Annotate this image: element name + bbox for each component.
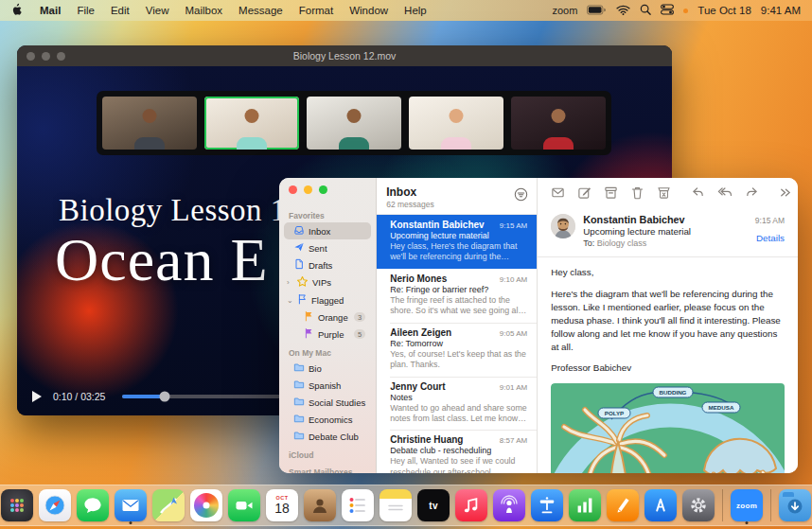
menu-item-edit[interactable]: Edit	[111, 5, 130, 16]
dock-icon-safari[interactable]	[38, 489, 72, 521]
video-titlebar[interactable]: Biology Lesson 12.mov	[17, 45, 672, 66]
row-preview: The fringe reef is attached to the shore…	[390, 295, 527, 317]
unread-badge: 3	[354, 312, 365, 322]
dock-icon-launchpad[interactable]	[0, 489, 34, 521]
dock-icon-podcasts[interactable]	[492, 489, 526, 521]
dock-icon-pages[interactable]	[606, 489, 640, 521]
reply-icon[interactable]	[691, 185, 705, 200]
junk-icon[interactable]	[657, 185, 671, 200]
sidebar-item-vips[interactable]: ›VIPs	[284, 273, 371, 291]
close-window-button[interactable]	[289, 185, 297, 194]
sidebar-item-debate-club[interactable]: Debate Club	[284, 428, 371, 445]
row-subject: Upcoming lecture material	[390, 231, 527, 240]
sidebar-item-label: Debate Club	[309, 432, 359, 442]
dock-icon-mail[interactable]	[114, 489, 148, 521]
dock-icon-calendar[interactable]: OCT18	[265, 489, 299, 521]
dock-icon-photos[interactable]	[189, 489, 223, 521]
archive-icon[interactable]	[604, 185, 618, 200]
message-count: 62 messages	[386, 200, 527, 209]
dock-icon-keynote[interactable]	[530, 489, 564, 521]
dock-icon-downloads[interactable]	[778, 489, 812, 521]
menu-item-help[interactable]: Help	[404, 5, 427, 16]
menu-item-message[interactable]: Message	[238, 5, 283, 16]
minimize-window-button[interactable]	[304, 185, 312, 194]
menubar-zoom-label[interactable]: zoom	[552, 5, 577, 16]
trash-icon[interactable]	[630, 185, 644, 200]
dock-icon-maps[interactable]	[151, 489, 185, 521]
folder-icon	[293, 361, 305, 375]
spotlight-search-icon[interactable]	[640, 4, 651, 17]
menu-item-mail[interactable]: Mail	[40, 5, 61, 16]
control-center-icon[interactable]	[661, 4, 674, 17]
play-button[interactable]	[32, 391, 42, 402]
wifi-icon[interactable]	[616, 5, 630, 17]
mail-app-icon	[115, 489, 147, 521]
menu-item-mailbox[interactable]: Mailbox	[185, 5, 222, 16]
row-subject: Re: Fringe or barrier reef?	[390, 285, 527, 294]
get-mail-icon[interactable]	[551, 185, 565, 200]
menubar-date[interactable]: Tue Oct 18	[697, 5, 750, 16]
sidebar-item-sent[interactable]: Sent	[284, 239, 371, 256]
sidebar-item-social-studies[interactable]: Social Studies	[284, 394, 371, 411]
menubar-clock[interactable]: 9:41 AM	[761, 5, 801, 16]
dock-icon-tv[interactable]: tv	[416, 489, 450, 521]
menu-item-window[interactable]: Window	[349, 5, 388, 16]
message-row-christine-huang[interactable]: Christine Huang8:57 AMDebate club - resc…	[377, 430, 537, 473]
menu-item-file[interactable]: File	[77, 5, 95, 16]
message-list-header: Inbox 62 messages	[377, 178, 537, 215]
sidebar-item-purple[interactable]: Purple5	[284, 326, 371, 343]
music-app-icon	[455, 489, 487, 521]
battery-icon[interactable]	[587, 5, 607, 17]
dock-icon-messages[interactable]	[76, 489, 110, 521]
message-row-aileen-zeigen[interactable]: Aileen Zeigen9:05 AMRe: TomorrowYes, of …	[377, 323, 537, 377]
sidebar-item-label: Bio	[309, 363, 322, 374]
message-row-nerio-mones[interactable]: Nerio Mones9:10 AMRe: Fringe or barrier …	[377, 269, 537, 323]
sidebar-item-flagged[interactable]: ⌄Flagged	[284, 291, 371, 309]
sidebar-item-spanish[interactable]: Spanish	[284, 377, 371, 394]
sidebar-item-drafts[interactable]: Drafts	[284, 256, 371, 273]
flag-orange-icon	[303, 310, 314, 324]
chevron-right-icon[interactable]: ›	[287, 278, 292, 287]
sidebar-item-economics[interactable]: Economics	[284, 411, 371, 428]
menu-item-view[interactable]: View	[146, 5, 169, 16]
message-body: Hey class, Here's the diagram that we'll…	[538, 257, 798, 383]
mail-toolbar	[538, 178, 798, 206]
message-row-konstantin-babichev[interactable]: Konstantin Babichev9:15 AMUpcoming lectu…	[377, 215, 537, 269]
mail-sidebar: FavoritesInboxSentDrafts›VIPs⌄FlaggedOra…	[279, 178, 377, 473]
numbers-app-icon	[569, 489, 601, 521]
menu-item-format[interactable]: Format	[299, 5, 333, 16]
dock-icon-appstore[interactable]	[644, 489, 678, 521]
video-time-display: 0:10 / 03:25	[53, 391, 105, 402]
chevron-down-icon[interactable]: ⌄	[287, 296, 292, 305]
more-icon[interactable]	[779, 186, 791, 199]
sidebar-item-bio[interactable]: Bio	[284, 360, 371, 377]
dock-divider	[770, 489, 771, 521]
dock-icon-reminders[interactable]	[341, 489, 375, 521]
compose-icon[interactable]	[577, 185, 591, 200]
video-tile-participant-2[interactable]	[204, 97, 299, 150]
sidebar-item-inbox[interactable]: Inbox	[284, 222, 371, 239]
dock-icon-music[interactable]	[454, 489, 488, 521]
video-tile-participant-3[interactable]	[307, 97, 401, 150]
dock-icon-settings[interactable]	[681, 489, 715, 521]
details-link[interactable]: Details	[755, 233, 785, 243]
vips-icon	[296, 275, 309, 290]
video-tile-participant-1[interactable]	[102, 97, 197, 150]
message-row-jenny-court[interactable]: Jenny Court9:01 AMNotesWanted to go ahea…	[377, 377, 537, 431]
flag-icon	[296, 293, 308, 307]
video-progress-handle[interactable]	[159, 392, 169, 402]
apple-menu-icon[interactable]	[11, 3, 24, 19]
dock-icon-facetime[interactable]	[227, 489, 261, 521]
reply-all-icon[interactable]	[717, 185, 733, 200]
video-tile-participant-4[interactable]	[409, 97, 503, 150]
dock-icon-zoom[interactable]: zoom	[730, 489, 764, 521]
video-tile-participant-5[interactable]	[511, 97, 606, 150]
dock-icon-notes[interactable]	[379, 489, 413, 521]
dock-icon-numbers[interactable]	[568, 489, 602, 521]
zoom-window-button[interactable]	[319, 185, 327, 194]
filter-icon[interactable]	[514, 187, 528, 203]
sidebar-item-orange[interactable]: Orange3	[284, 309, 371, 326]
row-sender: Konstantin Babichev	[390, 220, 484, 230]
dock-icon-contacts[interactable]	[303, 489, 337, 521]
forward-icon[interactable]	[745, 185, 759, 200]
